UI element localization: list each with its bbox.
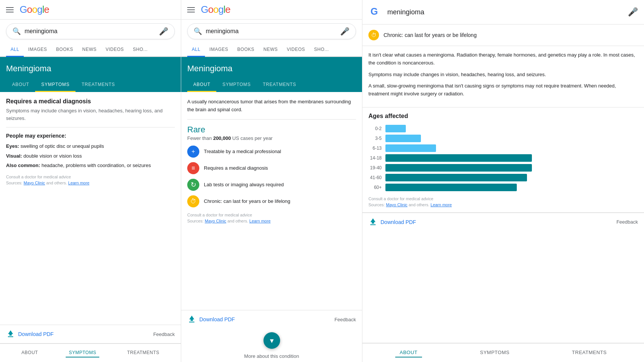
mic-icon-1[interactable]: 🎤 (159, 27, 168, 36)
bottom-actions-1: Download PDF Feedback (0, 325, 181, 343)
tab-more-1[interactable]: SHO... (128, 43, 152, 57)
desc-para-2: Symptoms may include changes in vision, … (368, 71, 638, 79)
tab-books-1[interactable]: BOOKS (52, 43, 78, 57)
diagnosis-text: Symptoms may include changes in vision, … (6, 107, 175, 122)
chronic-banner: ⏱ Chronic: can last for years or be life… (362, 25, 644, 46)
tab-news-1[interactable]: NEWS (78, 43, 101, 57)
bar-label-3-5: 3-5 (368, 136, 382, 141)
search-icon-1: 🔍 (12, 27, 21, 35)
feedback-label-3[interactable]: Feedback (616, 219, 638, 225)
bar-row-60plus: 60+ (368, 184, 638, 191)
consult-text-2: Consult a doctor for medical advice (187, 213, 356, 217)
search-input-1[interactable] (25, 28, 155, 35)
download-label-2: Download PDF (199, 316, 235, 322)
condition-tab-treatments-1[interactable]: TREATMENTS (75, 78, 121, 92)
tab-books-2[interactable]: BOOKS (233, 43, 259, 57)
download-icon-3 (368, 218, 377, 227)
bar-fill-6-13 (385, 144, 436, 152)
feature-treatable: + Treatable by a medical professional (187, 146, 356, 158)
tab-videos-2[interactable]: VIDEOS (282, 43, 310, 57)
condition-tab-about-1[interactable]: ABOUT (6, 78, 35, 92)
bar-fill-19-40 (385, 164, 532, 172)
mayo-clinic-link-2[interactable]: Mayo Clinic (205, 219, 226, 223)
condition-header-1: Meningioma ABOUT SYMPTOMS TREATMENTS (0, 57, 181, 92)
search-bar-1[interactable]: 🔍 🎤 (6, 23, 175, 39)
feature-text-diagnosis: Requires a medical diagnosis (204, 165, 268, 171)
p3-nav-about[interactable]: ABOUT (395, 348, 422, 357)
bottom-nav-treatments-1[interactable]: TREATMENTS (124, 348, 162, 357)
tab-all-2[interactable]: ALL (187, 43, 205, 57)
tab-all-1[interactable]: ALL (6, 43, 24, 57)
search-bar-2[interactable]: 🔍 🎤 (187, 23, 356, 39)
bar-row-0-2: 0-2 (368, 125, 638, 132)
description-section: It isn't clear what causes a meningioma.… (362, 46, 644, 107)
download-label-3: Download PDF (381, 219, 416, 225)
feature-diagnosis: ≡ Requires a medical diagnosis (187, 162, 356, 174)
hamburger-menu[interactable] (6, 7, 14, 12)
feature-text-chronic: Chronic: can last for years or be lifelo… (204, 198, 290, 204)
diagnosis-title: Requires a medical diagnosis (6, 98, 175, 105)
bar-row-6-13: 6-13 (368, 144, 638, 152)
download-btn-1[interactable]: Download PDF (6, 330, 54, 339)
p3-nav-symptoms[interactable]: SYMPTOMS (475, 348, 514, 357)
bar-fill-14-18 (385, 154, 532, 162)
mic-icon-2[interactable]: 🎤 (340, 27, 350, 36)
scroll-down-fab[interactable]: ▾ (263, 332, 280, 349)
bottom-nav-about-1[interactable]: ABOUT (18, 348, 41, 357)
mayo-clinic-link-1[interactable]: Mayo Clinic (23, 181, 45, 185)
bar-bg-6-13 (385, 144, 638, 152)
bottom-nav-symptoms-1[interactable]: SYMPTOMS (66, 348, 99, 357)
search-icon-2: 🔍 (194, 27, 202, 35)
g-logo: G (368, 5, 382, 19)
google-logo-2: Google (201, 4, 230, 15)
bar-row-14-18: 14-18 (368, 154, 638, 162)
bottom-actions-3: Download PDF Feedback (362, 213, 644, 231)
tab-videos-1[interactable]: VIDEOS (101, 43, 128, 57)
mic-icon-3[interactable]: 🎤 (628, 7, 638, 17)
condition-header-2: Meningioma ABOUT SYMPTOMS TREATMENTS (181, 57, 362, 92)
ages-section: Ages affected 0-2 3-5 6-13 (362, 107, 644, 213)
condition-tab-about-2[interactable]: ABOUT (187, 78, 216, 92)
hamburger-menu-2[interactable] (187, 7, 195, 12)
ages-title: Ages affected (368, 113, 638, 120)
bar-bg-60plus (385, 184, 638, 191)
panel-detail: G 🎤 ⏱ Chronic: can last for years or be … (362, 0, 644, 362)
condition-tab-symptoms-2[interactable]: SYMPTOMS (216, 78, 257, 92)
condition-tab-symptoms-1[interactable]: SYMPTOMS (35, 78, 75, 92)
tab-news-2[interactable]: NEWS (259, 43, 282, 57)
learn-more-link-1[interactable]: Learn more (68, 181, 89, 185)
p3-nav-treatments[interactable]: TREATMENTS (567, 348, 611, 357)
bottom-nav-1: ABOUT SYMPTOMS TREATMENTS (0, 343, 181, 362)
feature-list: + Treatable by a medical professional ≡ … (187, 146, 356, 207)
symptom-visual: Visual: double vision or vision loss (6, 152, 175, 160)
download-btn-2[interactable]: Download PDF (187, 315, 235, 324)
feature-text-lab: Lab tests or imaging always required (204, 182, 284, 187)
condition-tab-treatments-2[interactable]: TREATMENTS (257, 78, 302, 92)
bar-label-14-18: 14-18 (368, 155, 382, 161)
bar-bg-19-40 (385, 164, 638, 172)
search-input-2[interactable] (206, 28, 336, 35)
bar-bg-14-18 (385, 154, 638, 162)
bar-chart: 0-2 3-5 6-13 (368, 125, 638, 191)
sources-text-2: Sources: Mayo Clinic and others. Learn m… (187, 219, 356, 223)
panel2-header: Google (181, 0, 362, 20)
mayo-clinic-link-3[interactable]: Mayo Clinic (386, 202, 407, 207)
tab-more-2[interactable]: SHO... (310, 43, 333, 57)
condition-tabs-1: ABOUT SYMPTOMS TREATMENTS (6, 78, 175, 92)
feedback-label-1[interactable]: Feedback (153, 331, 175, 337)
download-btn-3[interactable]: Download PDF (368, 218, 416, 227)
learn-more-link-2[interactable]: Learn more (250, 219, 271, 223)
tab-images-2[interactable]: IMAGES (205, 43, 233, 57)
learn-more-link-3[interactable]: Learn more (431, 202, 452, 207)
bar-fill-41-60 (385, 174, 527, 181)
download-label-1: Download PDF (18, 331, 54, 337)
feature-text-treatable: Treatable by a medical professional (204, 149, 281, 154)
feature-lab: ↻ Lab tests or imaging always required (187, 179, 356, 191)
search-input-3[interactable] (387, 8, 622, 16)
bar-bg-41-60 (385, 174, 638, 181)
feature-icon-medical: + (187, 146, 199, 158)
tab-images-1[interactable]: IMAGES (24, 43, 52, 57)
feature-icon-diagnosis: ≡ (187, 162, 199, 174)
feedback-label-2[interactable]: Feedback (334, 317, 356, 322)
symptom-eyes: Eyes: swelling of optic disc or unequal … (6, 143, 175, 150)
